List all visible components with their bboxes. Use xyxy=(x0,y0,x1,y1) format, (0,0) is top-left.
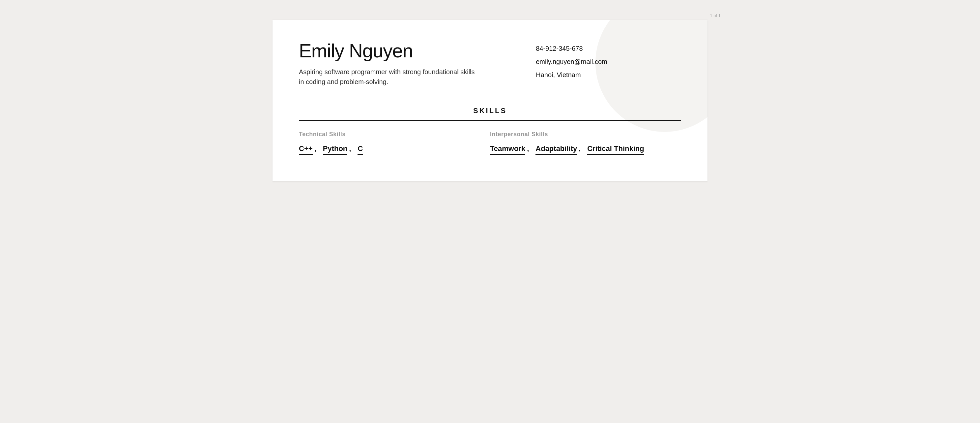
skill-python-name: Python xyxy=(323,144,348,153)
skill-adaptability-underline xyxy=(536,154,577,155)
page-counter: 1 of 1 xyxy=(710,13,721,18)
skill-c: C xyxy=(358,144,363,155)
skill-cpp-comma: , xyxy=(314,144,317,153)
skill-cpp-name: C++ xyxy=(299,144,313,153)
skill-item-cpp: C++ , xyxy=(299,144,317,155)
skills-title: SKILLS xyxy=(299,107,681,115)
skill-item-critical-thinking: Critical Thinking xyxy=(587,144,645,155)
skill-teamwork-underline xyxy=(490,154,525,155)
header-left: Emily Nguyen Aspiring software programme… xyxy=(299,40,528,87)
contact-email: emily.nguyen@mail.com xyxy=(536,57,681,67)
skill-critical-thinking: Critical Thinking xyxy=(587,144,644,155)
skill-adaptability-comma: , xyxy=(579,144,581,153)
skill-item-teamwork: Teamwork , xyxy=(490,144,529,155)
interpersonal-skills-label: Interpersonal Skills xyxy=(490,131,681,138)
skill-cpp-underline xyxy=(299,154,313,155)
interpersonal-skills-column: Interpersonal Skills Teamwork , xyxy=(490,131,681,155)
technical-skills-column: Technical Skills C++ , xyxy=(299,131,490,155)
skill-teamwork-name: Teamwork xyxy=(490,144,525,153)
technical-skills-list: C++ , Python , xyxy=(299,144,490,155)
header-right: 84-912-345-678 emily.nguyen@mail.com Han… xyxy=(536,40,681,83)
content: Emily Nguyen Aspiring software programme… xyxy=(299,40,681,155)
skill-critical-thinking-underline xyxy=(587,154,644,155)
skill-adaptability-name: Adaptability xyxy=(536,144,577,153)
skill-teamwork: Teamwork xyxy=(490,144,525,155)
skill-critical-thinking-name: Critical Thinking xyxy=(587,144,644,153)
skill-cpp: C++ xyxy=(299,144,313,155)
contact-phone: 84-912-345-678 xyxy=(536,43,681,53)
page-wrapper: 1 of 1 Emily Nguyen Aspiring software pr… xyxy=(259,13,721,181)
contact-location: Hanoi, Vietnam xyxy=(536,70,681,80)
resume-page: Emily Nguyen Aspiring software programme… xyxy=(272,20,708,181)
candidate-name: Emily Nguyen xyxy=(299,40,528,62)
skill-item-c: C xyxy=(358,144,364,155)
skill-item-adaptability: Adaptability , xyxy=(536,144,581,155)
skill-python-comma: , xyxy=(349,144,351,153)
skill-c-underline xyxy=(358,154,363,155)
skill-c-name: C xyxy=(358,144,363,153)
skill-python-underline xyxy=(323,154,348,155)
interpersonal-skills-list: Teamwork , Adaptability , xyxy=(490,144,681,155)
skill-item-python: Python , xyxy=(323,144,351,155)
section-divider xyxy=(299,120,681,121)
skills-grid: Technical Skills C++ , xyxy=(299,131,681,155)
skill-python: Python xyxy=(323,144,348,155)
skill-teamwork-comma: , xyxy=(527,144,529,153)
skill-adaptability: Adaptability xyxy=(536,144,577,155)
skills-section: SKILLS Technical Skills C++ , xyxy=(299,107,681,155)
candidate-tagline: Aspiring software programmer with strong… xyxy=(299,67,477,87)
technical-skills-label: Technical Skills xyxy=(299,131,490,138)
header-section: Emily Nguyen Aspiring software programme… xyxy=(299,40,681,87)
